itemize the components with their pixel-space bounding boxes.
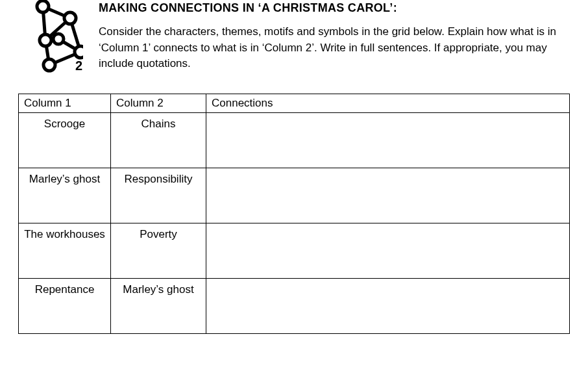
table-header-row: Column 1 Column 2 Connections — [19, 94, 570, 113]
svg-point-12 — [75, 46, 83, 58]
cell-col1: Scrooge — [19, 113, 111, 168]
header-col2: Column 2 — [111, 94, 206, 113]
table-row: Scrooge Chains — [19, 113, 570, 168]
cell-col2: Chains — [111, 113, 206, 168]
cell-text: Repentance — [23, 283, 106, 296]
worksheet-page: 2 MAKING CONNECTIONS IN ‘A CHRISTMAS CAR… — [0, 0, 588, 382]
cell-connections[interactable] — [206, 113, 570, 168]
header: 2 MAKING CONNECTIONS IN ‘A CHRISTMAS CAR… — [0, 0, 588, 78]
cell-col2: Marley’s ghost — [111, 279, 206, 334]
icon-number: 2 — [75, 58, 82, 73]
svg-point-8 — [37, 1, 49, 12]
cell-text: Poverty — [115, 227, 202, 241]
cell-col1: Marley’s ghost — [19, 168, 111, 223]
connections-grid: Column 1 Column 2 Connections Scrooge Ch… — [18, 94, 570, 334]
header-col3: Connections — [206, 94, 570, 113]
cell-col2: Responsibility — [111, 168, 206, 223]
cell-text: Marley’s ghost — [115, 283, 202, 296]
cell-text: Responsibility — [115, 172, 202, 186]
cell-col2: Poverty — [111, 223, 206, 279]
cell-text: Scrooge — [23, 117, 106, 131]
connections-table: Column 1 Column 2 Connections Scrooge Ch… — [18, 94, 570, 334]
cell-connections[interactable] — [206, 168, 570, 223]
table-row: Repentance Marley’s ghost — [19, 279, 570, 334]
header-text: MAKING CONNECTIONS IN ‘A CHRISTMAS CAROL… — [83, 0, 570, 72]
connections-graph-icon: 2 — [18, 0, 83, 78]
cell-text: Marley’s ghost — [23, 172, 106, 186]
cell-text: The workhouses — [23, 227, 106, 241]
worksheet-instructions: Consider the characters, themes, motifs … — [99, 24, 570, 72]
worksheet-title: MAKING CONNECTIONS IN ‘A CHRISTMAS CAROL… — [99, 1, 570, 15]
cell-connections[interactable] — [206, 279, 570, 334]
table-row: Marley’s ghost Responsibility — [19, 168, 570, 223]
cell-text: Chains — [115, 117, 202, 131]
svg-point-9 — [64, 12, 76, 24]
svg-point-13 — [43, 59, 55, 71]
svg-point-11 — [53, 34, 64, 44]
header-col1: Column 1 — [19, 94, 111, 113]
svg-point-10 — [40, 34, 51, 46]
cell-col1: Repentance — [19, 279, 111, 334]
table-row: The workhouses Poverty — [19, 223, 570, 279]
cell-connections[interactable] — [206, 223, 570, 279]
cell-col1: The workhouses — [19, 223, 111, 279]
